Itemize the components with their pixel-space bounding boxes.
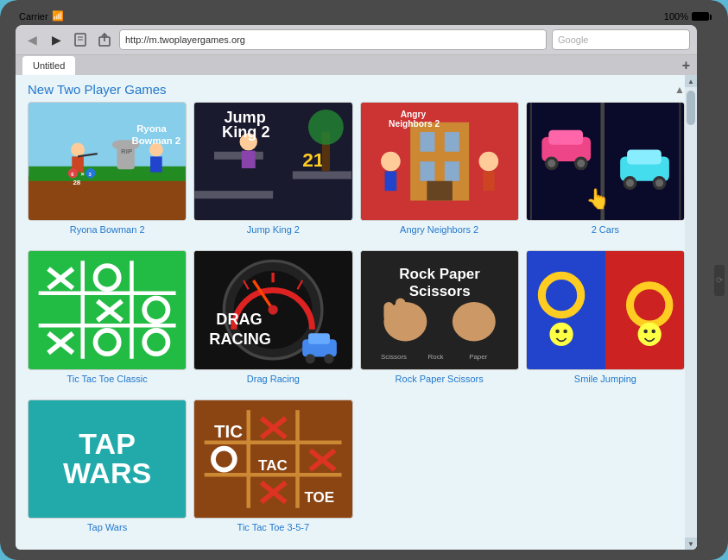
game-title-tic-tac-toe-classic: Tic Tac Toe Classic bbox=[66, 374, 147, 385]
game-card-2-cars[interactable]: 👆 2 Cars bbox=[526, 102, 685, 243]
status-left: Carrier 📶 bbox=[19, 10, 64, 22]
game-title-ryona-bowman-2: Ryona Bowman 2 bbox=[70, 224, 145, 236]
game-thumbnail-2-cars: 👆 bbox=[526, 102, 685, 221]
svg-rect-59 bbox=[627, 149, 662, 164]
browser-toolbar: ◀ ▶ bbox=[16, 25, 697, 54]
svg-rect-91 bbox=[308, 334, 330, 344]
svg-text:TIC: TIC bbox=[214, 422, 243, 441]
game-card-ryona-bowman-2[interactable]: RIP 6 bbox=[28, 102, 187, 243]
svg-rect-53 bbox=[548, 130, 583, 145]
share-button[interactable] bbox=[95, 30, 114, 49]
game-card-smile-jumping[interactable]: Smile Jumping bbox=[526, 250, 685, 392]
svg-point-108 bbox=[549, 323, 573, 346]
svg-point-92 bbox=[306, 354, 315, 363]
svg-rect-29 bbox=[242, 151, 256, 168]
scroll-track: ▲ ▼ bbox=[685, 75, 697, 550]
browser-tab[interactable]: Untitled bbox=[22, 56, 75, 75]
game-card-rock-paper-scissors[interactable]: Rock Paper Scissors bbox=[360, 250, 519, 392]
browser-chrome: ◀ ▶ bbox=[16, 25, 697, 550]
angry-neighbors-art: Angry Neighbors 2 bbox=[361, 103, 518, 220]
svg-text:3: 3 bbox=[89, 172, 92, 177]
tab-title: Untitled bbox=[33, 60, 65, 71]
svg-rect-43 bbox=[384, 171, 396, 191]
game-title-smile-jumping: Smile Jumping bbox=[574, 374, 636, 385]
game-thumbnail-rock-paper-scissors: Rock Paper Scissors bbox=[360, 250, 519, 369]
game-title-jump-king-2: Jump King 2 bbox=[247, 224, 300, 236]
url-text: http://m.twoplayergames.org bbox=[125, 35, 245, 45]
svg-text:TAP: TAP bbox=[79, 427, 136, 460]
game-title-tic-tac-toe-357: Tic Tac Toe 3-5-7 bbox=[237, 522, 310, 533]
battery-icon bbox=[692, 12, 709, 21]
svg-rect-45 bbox=[483, 171, 495, 191]
tap-wars-art: TAP WARS bbox=[28, 400, 186, 518]
status-right: 100% bbox=[664, 11, 709, 22]
svg-text:TOE: TOE bbox=[305, 489, 335, 506]
bookmarks-button[interactable] bbox=[71, 30, 90, 49]
svg-rect-38 bbox=[444, 132, 459, 152]
scroll-up-button[interactable]: ▲ bbox=[674, 84, 685, 96]
svg-text:King 2: King 2 bbox=[222, 123, 269, 141]
svg-text:Rock: Rock bbox=[427, 353, 443, 361]
svg-text:✕: ✕ bbox=[80, 172, 85, 177]
game-thumbnail-tic-tac-toe-classic bbox=[28, 250, 187, 369]
svg-rect-99 bbox=[396, 299, 405, 322]
game-card-jump-king-2[interactable]: Jump King 2 21 Jump King 2 bbox=[193, 102, 352, 243]
svg-rect-15 bbox=[150, 156, 162, 172]
svg-point-11 bbox=[71, 143, 85, 157]
svg-text:Scissors: Scissors bbox=[381, 353, 407, 361]
add-tab-button[interactable]: + bbox=[682, 58, 690, 73]
search-placeholder: Google bbox=[558, 35, 588, 45]
svg-text:Neighbors 2: Neighbors 2 bbox=[389, 119, 440, 129]
smile-jumping-art bbox=[527, 251, 684, 368]
game-card-tap-wars[interactable]: TAP WARS Tap Wars bbox=[28, 400, 187, 541]
scroll-down-arrow[interactable]: ▼ bbox=[685, 538, 697, 550]
game-thumbnail-tap-wars: TAP WARS bbox=[28, 400, 187, 519]
svg-text:Paper: Paper bbox=[469, 353, 488, 361]
svg-text:Bowman 2: Bowman 2 bbox=[131, 135, 180, 146]
svg-text:RACING: RACING bbox=[210, 330, 272, 348]
game-card-tic-tac-toe-357[interactable]: TIC TAC bbox=[193, 400, 352, 541]
svg-point-34 bbox=[308, 110, 344, 145]
game-thumbnail-drag-racing: DRAG RACING bbox=[193, 250, 352, 369]
ryona-bowman-art: RIP 6 bbox=[28, 103, 186, 220]
game-title-2-cars: 2 Cars bbox=[592, 224, 619, 236]
drag-racing-art: DRAG RACING bbox=[194, 251, 351, 368]
page-header: New Two Player Games ▲ bbox=[16, 75, 697, 102]
bookmarks-icon bbox=[73, 33, 87, 47]
svg-rect-51 bbox=[679, 103, 681, 220]
game-thumbnail-tic-tac-toe-357: TIC TAC bbox=[193, 400, 352, 519]
svg-text:DRAG: DRAG bbox=[217, 311, 263, 328]
tic-tac-toe-357-art: TIC TAC bbox=[194, 400, 351, 518]
svg-rect-50 bbox=[529, 103, 531, 220]
game-thumbnail-smile-jumping bbox=[526, 250, 685, 369]
svg-text:Ryona: Ryona bbox=[136, 123, 167, 134]
back-button[interactable]: ◀ bbox=[22, 30, 41, 49]
game-thumbnail-angry-neighbors-2: Angry Neighbors 2 bbox=[360, 102, 519, 221]
page-content: New Two Player Games ▲ bbox=[16, 75, 697, 550]
back-icon: ◀ bbox=[28, 33, 37, 47]
forward-button[interactable]: ▶ bbox=[47, 30, 66, 49]
game-card-tic-tac-toe-classic[interactable]: Tic Tac Toe Classic bbox=[28, 250, 187, 392]
svg-point-87 bbox=[269, 305, 278, 315]
url-bar[interactable]: http://m.twoplayergames.org bbox=[119, 29, 547, 50]
battery-percent: 100% bbox=[664, 11, 688, 22]
game-card-drag-racing[interactable]: DRAG RACING Drag Racing bbox=[193, 250, 352, 392]
tic-tac-toe-art bbox=[28, 251, 186, 368]
search-bar[interactable]: Google bbox=[552, 29, 690, 50]
svg-point-42 bbox=[381, 152, 401, 172]
svg-point-93 bbox=[324, 354, 333, 363]
svg-rect-6 bbox=[28, 176, 186, 220]
svg-text:TAC: TAC bbox=[258, 456, 288, 473]
rock-paper-scissors-art: Rock Paper Scissors bbox=[361, 251, 518, 368]
side-strip: ⟳ bbox=[697, 25, 712, 550]
game-thumbnail-ryona-bowman-2: RIP 6 bbox=[28, 102, 187, 221]
svg-text:WARS: WARS bbox=[63, 456, 151, 489]
scroll-up-arrow[interactable]: ▲ bbox=[685, 75, 697, 87]
forward-icon: ▶ bbox=[52, 33, 61, 47]
share-icon bbox=[98, 33, 111, 47]
svg-rect-26 bbox=[293, 171, 351, 179]
scroll-thumb[interactable] bbox=[687, 91, 695, 125]
svg-text:Rock Paper: Rock Paper bbox=[399, 266, 480, 282]
game-title-rock-paper-scissors: Rock Paper Scissors bbox=[396, 374, 484, 385]
game-card-angry-neighbors-2[interactable]: Angry Neighbors 2 Angry Neighbors 2 bbox=[360, 102, 519, 243]
